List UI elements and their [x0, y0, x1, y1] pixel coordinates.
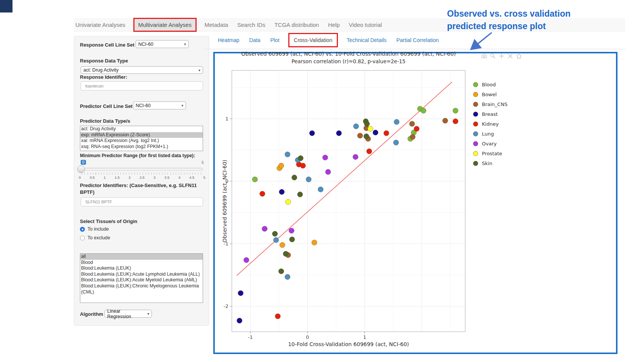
legend-dot-icon	[473, 161, 478, 166]
scatter-point-breast	[279, 189, 284, 195]
scatter-point-ovary	[322, 155, 328, 160]
scatter-point-lung	[353, 124, 359, 129]
legend-label: Skin	[482, 161, 492, 166]
scatter-point-breast	[336, 131, 342, 136]
legend-dot-icon	[473, 122, 478, 126]
scatter-point-kidney	[260, 191, 265, 197]
y-tick-label: -2	[224, 303, 228, 309]
chart-title: Observed 609699 (act, NCI-60) vs. 10-Fol…	[232, 51, 465, 57]
scatter-point-lung	[318, 187, 323, 192]
scatter-point-lung	[285, 152, 290, 157]
y-tick-label: 1	[225, 116, 228, 122]
plotly-modebar	[481, 53, 522, 59]
legend-label: Ovary	[482, 141, 497, 147]
legend-dot-icon	[473, 131, 478, 136]
scatter-point-lung	[393, 140, 399, 145]
close-icon[interactable]	[507, 53, 513, 59]
legend-label: Lung	[482, 131, 494, 137]
scatter-point-breast	[373, 130, 378, 135]
scatter-point-brain_cns	[442, 118, 448, 123]
scatter-point-ovary	[289, 228, 294, 233]
callout-line2: predicted response plot	[447, 20, 571, 33]
chart-subtitle: Pearson correlation (r)=0.82, p-value=2e…	[232, 58, 465, 64]
scatter-point-ovary	[325, 169, 331, 175]
legend-dot-icon	[473, 102, 478, 107]
scatter-point-brain_cns	[410, 121, 415, 126]
legend-item-ovary[interactable]: Ovary	[473, 139, 508, 148]
scatter-point-lung	[274, 237, 279, 243]
legend-item-bowel[interactable]: Bowel	[473, 89, 508, 99]
scatter-point-kidney	[414, 126, 419, 131]
legend-item-skin[interactable]: Skin	[473, 158, 508, 168]
scatter-point-skin	[298, 156, 303, 161]
scatter-point-ovary	[262, 226, 267, 231]
scatter-point-skin	[292, 175, 297, 180]
scatter-point-bowel	[280, 242, 285, 248]
scatter-point-kidney	[275, 314, 280, 319]
legend-item-kidney[interactable]: Kidney	[473, 119, 508, 129]
scatter-point-kidney	[367, 149, 372, 154]
legend-dot-icon	[473, 92, 478, 97]
scatter-point-blood	[252, 177, 258, 182]
magnifier-icon[interactable]	[490, 53, 496, 59]
scatter-point-skin	[283, 251, 288, 256]
scatter-point-blood	[453, 108, 458, 113]
legend-dot-icon	[473, 82, 478, 87]
legend-label: Breast	[482, 111, 498, 117]
legend-dot-icon	[473, 151, 478, 156]
legend-label: Kidney	[482, 121, 499, 127]
legend-label: Brain_CNS	[482, 101, 508, 107]
callout-annotation: Observed vs. cross validation predicted …	[447, 8, 571, 33]
scatter-point-kidney	[453, 119, 458, 124]
scatter-point-skin	[297, 192, 303, 197]
scatter-point-skin	[272, 231, 278, 236]
scatter-point-prostate	[285, 199, 291, 204]
scatter-point-lung	[306, 177, 311, 182]
scatter-point-kidney	[300, 163, 306, 169]
scatter-point-skin	[278, 268, 284, 274]
scatter-point-breast	[237, 318, 242, 323]
scatter-point-brain_cns	[357, 133, 363, 138]
scatter-point-blood	[421, 108, 426, 113]
scatter-point-ovary	[244, 257, 249, 263]
x-tick-label: -1	[248, 334, 253, 340]
scatter-point-kidney	[384, 131, 389, 136]
plot-border	[232, 70, 465, 332]
x-tick-label: 0	[306, 334, 309, 340]
legend-dot-icon	[473, 141, 478, 146]
callout-line1: Observed vs. cross validation	[447, 8, 571, 20]
legend-item-prostate[interactable]: Prostate	[473, 148, 508, 158]
legend-item-blood[interactable]: Blood	[473, 80, 508, 89]
x-axis-title: 10-Fold Cross-Validation 609699 (act, NC…	[232, 341, 465, 347]
scatter-point-ovary	[353, 154, 358, 159]
scatter-point-breast	[309, 131, 315, 136]
scatter-point-lung	[285, 274, 290, 279]
legend-item-breast[interactable]: Breast	[473, 109, 508, 119]
scatter-point-skin	[364, 134, 369, 139]
legend-item-brain_cns[interactable]: Brain_CNS	[473, 99, 508, 109]
scatter-point-bowel	[312, 240, 317, 245]
scatter-point-prostate	[368, 126, 373, 131]
legend-label: Prostate	[482, 151, 502, 156]
y-axis-title: Observed 609699 (act, NCI-60)	[222, 160, 228, 243]
scatter-point-lung	[394, 119, 399, 125]
legend-label: Bowel	[482, 92, 497, 97]
legend-item-lung[interactable]: Lung	[473, 129, 508, 139]
x-tick-label: 1	[363, 334, 366, 340]
camera-icon[interactable]	[481, 53, 487, 59]
pan-icon[interactable]	[499, 53, 505, 59]
scatter-point-skin	[289, 237, 295, 242]
home-icon[interactable]	[516, 53, 522, 59]
scatter-point-skin	[364, 121, 370, 126]
legend-label: Blood	[482, 82, 496, 87]
scatter-point-breast	[238, 290, 243, 296]
scatter-point-brain_cns	[410, 134, 415, 140]
chart-legend: BloodBowelBrain_CNSBreastKidneyLungOvary…	[473, 80, 508, 168]
legend-dot-icon	[473, 112, 478, 117]
scatter-point-bowel	[278, 163, 284, 169]
